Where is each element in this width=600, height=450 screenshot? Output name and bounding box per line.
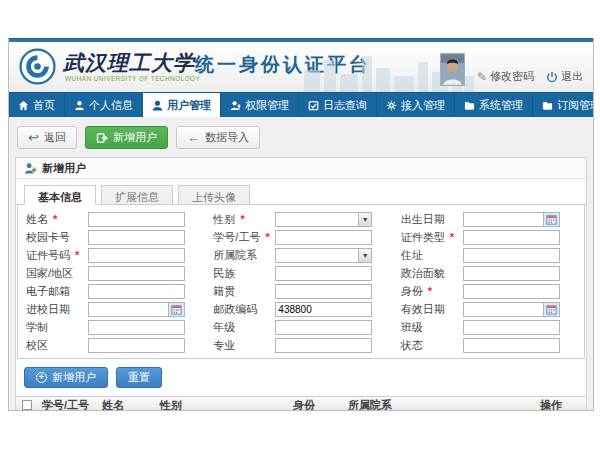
country-input[interactable] [88, 266, 185, 281]
status-input[interactable] [463, 338, 560, 353]
person-icon [74, 100, 85, 111]
submit-add-user-button[interactable]: + 新增用户 [24, 367, 108, 388]
user-avatar [440, 53, 465, 86]
panel-tabs: 基本信息扩展信息上传头像 [16, 179, 586, 205]
home-icon [18, 100, 29, 111]
id-type-input[interactable] [463, 230, 560, 245]
campus-card-input[interactable] [88, 230, 185, 245]
tab-upload-avatar[interactable]: 上传头像 [178, 185, 250, 205]
reset-label: 重置 [128, 370, 150, 385]
grade-input[interactable] [275, 320, 372, 335]
folder-icon [542, 100, 553, 111]
field-department: 所属院系▼ [213, 248, 386, 263]
plus-icon: + [36, 372, 47, 383]
required-asterisk: * [450, 231, 454, 243]
field-ethnicity: 民族 [213, 266, 386, 281]
field-birth-date: 出生日期 [401, 212, 574, 227]
native-place-input[interactable] [275, 284, 372, 299]
required-asterisk: * [428, 285, 432, 297]
field-name: 姓名 * [26, 212, 199, 227]
change-password-button[interactable]: ✎ 修改密码 [477, 69, 534, 86]
field-label: 国家/地区 [26, 266, 88, 281]
ethnicity-input[interactable] [275, 266, 372, 281]
select-all-checkbox[interactable] [22, 400, 32, 410]
field-label: 政治面貌 [401, 266, 463, 281]
panel-header: 新增用户 [16, 158, 586, 179]
import-arrow-icon: ← [187, 131, 200, 144]
field-label: 班级 [401, 320, 463, 335]
power-icon [546, 71, 558, 83]
education-length-input[interactable] [88, 320, 185, 335]
nav-bar: 首页个人信息用户管理权限管理日志查询接入管理系统管理订阅管理 [9, 92, 593, 117]
field-postal-code: 邮政编码 [213, 302, 386, 317]
class-input[interactable] [463, 320, 560, 335]
app-window: 武汉理工大学 WUHAN UNIVERSITY OF TECHNOLOGY 统一… [8, 38, 594, 411]
field-address: 住址 [401, 248, 574, 263]
field-major: 专业 [213, 338, 386, 353]
birth-date-input[interactable] [463, 212, 544, 227]
calendar-icon[interactable] [544, 302, 560, 317]
nav-tab-subscription[interactable]: 订阅管理 [533, 93, 594, 117]
field-email: 电子邮箱 [26, 284, 199, 299]
checklist-icon [308, 100, 319, 111]
email-input[interactable] [88, 284, 185, 299]
nav-tab-permission[interactable]: 权限管理 [221, 93, 299, 117]
valid-date-input[interactable] [463, 302, 544, 317]
chevron-down-icon[interactable]: ▼ [358, 213, 371, 226]
nav-tab-home[interactable]: 首页 [9, 93, 65, 117]
back-arrow-icon: ↩ [28, 131, 39, 144]
entry-date-input[interactable] [88, 302, 169, 317]
nav-tab-user-mgmt[interactable]: 用户管理 [143, 93, 221, 117]
field-label: 籍贯 [213, 284, 275, 299]
nav-tab-label: 接入管理 [401, 98, 445, 113]
reset-button[interactable]: 重置 [116, 367, 162, 388]
field-label: 住址 [401, 248, 463, 263]
calendar-icon[interactable] [544, 212, 560, 227]
nav-tab-logs[interactable]: 日志查询 [299, 93, 377, 117]
form-actions: + 新增用户 重置 [16, 359, 586, 396]
identity-input[interactable] [463, 284, 560, 299]
field-label: 所属院系 [213, 248, 275, 263]
nav-tab-label: 权限管理 [245, 98, 289, 113]
tab-extended-info[interactable]: 扩展信息 [101, 185, 173, 205]
new-user-icon [96, 132, 108, 144]
nav-tab-label: 个人信息 [89, 98, 133, 113]
add-user-icon [24, 162, 37, 175]
back-button[interactable]: ↩ 返回 [17, 126, 77, 149]
column-header-student-id: 学号/工号 [38, 398, 98, 412]
nav-tab-system[interactable]: 系统管理 [455, 93, 533, 117]
address-input[interactable] [463, 248, 560, 263]
required-asterisk: * [240, 213, 244, 225]
data-import-button[interactable]: ← 数据导入 [176, 126, 260, 149]
add-user-toolbar-button[interactable]: 新增用户 [85, 126, 168, 149]
nav-tab-label: 系统管理 [479, 98, 523, 113]
field-label: 进校日期 [26, 302, 88, 317]
political-status-input[interactable] [463, 266, 560, 281]
field-label: 状态 [401, 338, 463, 353]
name-input[interactable] [88, 212, 185, 227]
nav-tab-profile[interactable]: 个人信息 [65, 93, 143, 117]
student-id-input[interactable] [275, 230, 372, 245]
chevron-down-icon[interactable]: ▼ [358, 249, 371, 262]
person-icon [152, 100, 163, 111]
field-label: 邮政编码 [213, 302, 275, 317]
field-label: 证件类型 * [401, 230, 463, 245]
field-label: 民族 [213, 266, 275, 281]
field-identity: 身份 * [401, 284, 574, 299]
nav-tab-access[interactable]: 接入管理 [377, 93, 455, 117]
required-asterisk: * [75, 249, 79, 261]
tab-basic-info[interactable]: 基本信息 [24, 185, 96, 205]
postal-code-input[interactable] [275, 302, 372, 317]
calendar-icon[interactable] [169, 302, 185, 317]
major-input[interactable] [275, 338, 372, 353]
field-gender: 性别 *▼ [213, 212, 386, 227]
logout-button[interactable]: 退出 [546, 69, 583, 86]
campus-input[interactable] [88, 338, 185, 353]
user-table-header: 学号/工号姓名性别身份所属院系操作 [16, 396, 586, 411]
required-asterisk: * [265, 231, 269, 243]
field-label: 性别 * [213, 212, 275, 227]
column-header-operations: 操作 [536, 398, 586, 412]
id-number-input[interactable] [88, 248, 185, 263]
field-label: 校园卡号 [26, 230, 88, 245]
field-political-status: 政治面貌 [401, 266, 574, 281]
